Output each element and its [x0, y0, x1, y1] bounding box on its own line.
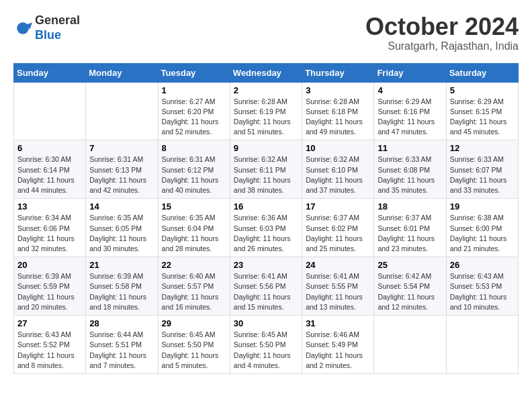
day-info: Sunrise: 6:42 AM Sunset: 5:54 PM Dayligh…	[378, 271, 442, 312]
calendar-cell: 25Sunrise: 6:42 AM Sunset: 5:54 PM Dayli…	[374, 257, 446, 316]
day-info: Sunrise: 6:37 AM Sunset: 6:01 PM Dayligh…	[378, 213, 442, 254]
calendar-cell: 1Sunrise: 6:27 AM Sunset: 6:20 PM Daylig…	[158, 82, 230, 140]
day-number: 15	[162, 201, 226, 212]
calendar-week-2: 6Sunrise: 6:30 AM Sunset: 6:14 PM Daylig…	[14, 140, 519, 199]
day-number: 26	[450, 260, 515, 270]
day-info: Sunrise: 6:29 AM Sunset: 6:16 PM Dayligh…	[378, 97, 442, 138]
day-number: 18	[378, 201, 442, 212]
day-header-thursday: Thursday	[302, 63, 374, 82]
day-info: Sunrise: 6:45 AM Sunset: 5:50 PM Dayligh…	[162, 330, 226, 371]
day-info: Sunrise: 6:38 AM Sunset: 6:00 PM Dayligh…	[450, 213, 515, 254]
calendar-cell: 11Sunrise: 6:33 AM Sunset: 6:08 PM Dayli…	[374, 140, 446, 199]
day-info: Sunrise: 6:46 AM Sunset: 5:49 PM Dayligh…	[306, 330, 370, 371]
logo-general: General	[35, 13, 80, 27]
day-info: Sunrise: 6:35 AM Sunset: 6:04 PM Dayligh…	[162, 213, 226, 254]
day-info: Sunrise: 6:44 AM Sunset: 5:51 PM Dayligh…	[89, 330, 154, 371]
calendar-cell: 20Sunrise: 6:39 AM Sunset: 5:59 PM Dayli…	[14, 257, 86, 316]
day-info: Sunrise: 6:27 AM Sunset: 6:20 PM Dayligh…	[162, 97, 226, 138]
day-number: 1	[162, 85, 226, 95]
month-title: October 2024	[365, 13, 519, 40]
calendar-cell	[86, 82, 158, 140]
day-number: 19	[450, 201, 515, 212]
day-number: 11	[378, 143, 442, 153]
day-header-friday: Friday	[374, 63, 446, 82]
svg-point-0	[17, 22, 29, 34]
calendar-cell: 22Sunrise: 6:40 AM Sunset: 5:57 PM Dayli…	[158, 257, 230, 316]
calendar-cell: 28Sunrise: 6:44 AM Sunset: 5:51 PM Dayli…	[86, 316, 158, 374]
location-subtitle: Suratgarh, Rajasthan, India	[365, 40, 519, 52]
day-number: 25	[378, 260, 442, 270]
page-header: General Blue October 2024 Suratgarh, Raj…	[13, 13, 519, 52]
day-info: Sunrise: 6:45 AM Sunset: 5:50 PM Dayligh…	[234, 330, 298, 371]
logo-text: General Blue	[35, 13, 80, 42]
calendar-cell: 17Sunrise: 6:37 AM Sunset: 6:02 PM Dayli…	[302, 199, 374, 257]
day-header-sunday: Sunday	[14, 63, 86, 82]
day-info: Sunrise: 6:31 AM Sunset: 6:12 PM Dayligh…	[162, 154, 226, 195]
day-number: 23	[234, 260, 298, 270]
calendar-cell: 14Sunrise: 6:35 AM Sunset: 6:05 PM Dayli…	[86, 199, 158, 257]
title-block: October 2024 Suratgarh, Rajasthan, India	[365, 13, 519, 52]
day-number: 21	[89, 260, 154, 270]
day-number: 8	[162, 143, 226, 153]
day-info: Sunrise: 6:37 AM Sunset: 6:02 PM Dayligh…	[306, 213, 370, 254]
logo-icon	[13, 19, 32, 38]
day-info: Sunrise: 6:34 AM Sunset: 6:06 PM Dayligh…	[17, 213, 82, 254]
calendar-header-row: SundayMondayTuesdayWednesdayThursdayFrid…	[14, 63, 519, 82]
day-number: 29	[162, 318, 226, 328]
calendar-cell: 30Sunrise: 6:45 AM Sunset: 5:50 PM Dayli…	[230, 316, 302, 374]
day-info: Sunrise: 6:33 AM Sunset: 6:08 PM Dayligh…	[378, 154, 442, 195]
day-number: 9	[234, 143, 298, 153]
day-number: 22	[162, 260, 226, 270]
day-number: 2	[234, 85, 298, 95]
day-header-saturday: Saturday	[446, 63, 518, 82]
day-info: Sunrise: 6:40 AM Sunset: 5:57 PM Dayligh…	[162, 271, 226, 312]
logo-blue: Blue	[35, 28, 61, 42]
calendar-cell: 10Sunrise: 6:32 AM Sunset: 6:10 PM Dayli…	[302, 140, 374, 199]
day-info: Sunrise: 6:33 AM Sunset: 6:07 PM Dayligh…	[450, 154, 515, 195]
day-info: Sunrise: 6:43 AM Sunset: 5:52 PM Dayligh…	[17, 330, 82, 371]
calendar-cell: 2Sunrise: 6:28 AM Sunset: 6:19 PM Daylig…	[230, 82, 302, 140]
day-number: 6	[17, 143, 82, 153]
day-number: 30	[234, 318, 298, 328]
logo: General Blue	[13, 13, 80, 42]
day-header-tuesday: Tuesday	[158, 63, 230, 82]
calendar-cell: 3Sunrise: 6:28 AM Sunset: 6:18 PM Daylig…	[302, 82, 374, 140]
calendar-cell: 21Sunrise: 6:39 AM Sunset: 5:58 PM Dayli…	[86, 257, 158, 316]
calendar-cell: 6Sunrise: 6:30 AM Sunset: 6:14 PM Daylig…	[14, 140, 86, 199]
day-number: 31	[306, 318, 370, 328]
day-number: 17	[306, 201, 370, 212]
day-number: 16	[234, 201, 298, 212]
calendar-cell: 19Sunrise: 6:38 AM Sunset: 6:00 PM Dayli…	[446, 199, 518, 257]
day-number: 10	[306, 143, 370, 153]
day-info: Sunrise: 6:35 AM Sunset: 6:05 PM Dayligh…	[89, 213, 154, 254]
day-number: 28	[89, 318, 154, 328]
day-number: 20	[17, 260, 82, 270]
day-number: 7	[89, 143, 154, 153]
day-info: Sunrise: 6:29 AM Sunset: 6:15 PM Dayligh…	[450, 97, 515, 138]
calendar-cell: 12Sunrise: 6:33 AM Sunset: 6:07 PM Dayli…	[446, 140, 518, 199]
calendar-cell: 23Sunrise: 6:41 AM Sunset: 5:56 PM Dayli…	[230, 257, 302, 316]
day-number: 13	[17, 201, 82, 212]
calendar-table: SundayMondayTuesdayWednesdayThursdayFrid…	[13, 63, 519, 374]
day-number: 5	[450, 85, 515, 95]
calendar-cell: 13Sunrise: 6:34 AM Sunset: 6:06 PM Dayli…	[14, 199, 86, 257]
day-number: 27	[17, 318, 82, 328]
day-info: Sunrise: 6:28 AM Sunset: 6:18 PM Dayligh…	[306, 97, 370, 138]
calendar-cell: 8Sunrise: 6:31 AM Sunset: 6:12 PM Daylig…	[158, 140, 230, 199]
calendar-cell: 27Sunrise: 6:43 AM Sunset: 5:52 PM Dayli…	[14, 316, 86, 374]
day-info: Sunrise: 6:39 AM Sunset: 5:58 PM Dayligh…	[89, 271, 154, 312]
calendar-week-4: 20Sunrise: 6:39 AM Sunset: 5:59 PM Dayli…	[14, 257, 519, 316]
day-number: 12	[450, 143, 515, 153]
calendar-week-5: 27Sunrise: 6:43 AM Sunset: 5:52 PM Dayli…	[14, 316, 519, 374]
day-header-monday: Monday	[86, 63, 158, 82]
calendar-cell: 26Sunrise: 6:43 AM Sunset: 5:53 PM Dayli…	[446, 257, 518, 316]
calendar-cell: 7Sunrise: 6:31 AM Sunset: 6:13 PM Daylig…	[86, 140, 158, 199]
day-info: Sunrise: 6:41 AM Sunset: 5:56 PM Dayligh…	[234, 271, 298, 312]
calendar-cell: 24Sunrise: 6:41 AM Sunset: 5:55 PM Dayli…	[302, 257, 374, 316]
day-number: 3	[306, 85, 370, 95]
day-number: 24	[306, 260, 370, 270]
calendar-week-1: 1Sunrise: 6:27 AM Sunset: 6:20 PM Daylig…	[14, 82, 519, 140]
day-number: 4	[378, 85, 442, 95]
calendar-cell: 29Sunrise: 6:45 AM Sunset: 5:50 PM Dayli…	[158, 316, 230, 374]
day-info: Sunrise: 6:30 AM Sunset: 6:14 PM Dayligh…	[17, 154, 82, 195]
